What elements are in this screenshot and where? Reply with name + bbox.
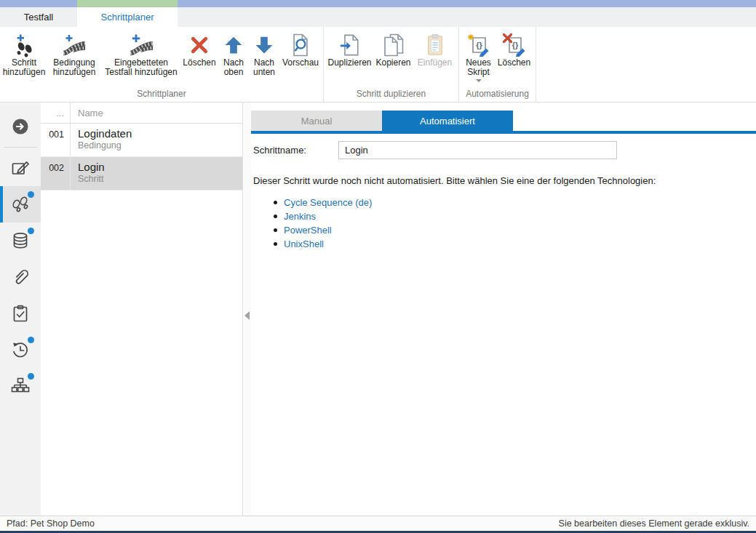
add-step-button[interactable]: Schritt hinzufügen: [1, 32, 47, 77]
ribbon-tab-bar: Testfall Schrittplaner: [0, 7, 756, 27]
edit-icon: [11, 159, 30, 177]
ribbon-group-label: Schritt duplizieren: [325, 89, 457, 102]
sidebar-item-attachments[interactable]: [0, 259, 41, 295]
bullet-icon: [274, 215, 277, 218]
technology-link-jenkins[interactable]: Jenkins: [284, 211, 316, 222]
column-header-name: Name: [71, 108, 103, 119]
list-item: PowerShell: [274, 223, 756, 237]
add-embedded-testcase-button[interactable]: Eingebetteten Testfall hinzufügen: [102, 32, 180, 77]
delete-script-icon: {}: [503, 32, 526, 58]
ribbon-group-schritt-duplizieren: Duplizieren Kopieren: [324, 27, 459, 102]
add-embedded-testcase-icon: [129, 32, 154, 58]
technology-list: Cycle Sequence (de) Jenkins PowerShell U…: [274, 196, 756, 251]
technology-link-cycle-sequence[interactable]: Cycle Sequence (de): [284, 197, 372, 208]
add-step-icon: [13, 32, 35, 58]
sidebar-item-review[interactable]: [0, 295, 41, 332]
ribbon-group-label: Schrittplaner: [1, 89, 322, 102]
database-icon: [11, 231, 30, 250]
copy-button[interactable]: Kopieren: [373, 32, 415, 68]
status-lock-message: Sie bearbeiten dieses Element gerade exk…: [559, 518, 749, 529]
bullet-icon: [274, 201, 277, 204]
panel-splitter[interactable]: [243, 103, 251, 516]
main-content: ... Name 001 Logindaten Bedingung 002 Lo…: [0, 103, 756, 516]
bullet-icon: [274, 242, 277, 246]
step-name-row: Schrittname:: [253, 141, 756, 159]
window-top-accent: [0, 0, 756, 7]
delete-step-button[interactable]: Löschen: [180, 32, 218, 68]
circle-arrow-right-icon: [11, 117, 30, 136]
duplicate-icon: [339, 32, 361, 58]
left-icon-rail: [0, 103, 41, 516]
add-condition-button[interactable]: Bedingung hinzufügen: [47, 32, 102, 77]
delete-script-button[interactable]: {} Löschen: [496, 32, 533, 68]
detail-tab-bar: Manual Automatisiert: [251, 111, 756, 131]
move-up-icon: [223, 32, 244, 58]
rail-divider: [4, 147, 37, 148]
move-down-button[interactable]: Nach unten: [249, 32, 279, 77]
step-detail-panel: Manual Automatisiert Schrittname: Dieser…: [251, 103, 756, 516]
paste-button: Einfügen: [415, 32, 455, 68]
bullet-icon: [274, 228, 277, 232]
tab-accent-line: [251, 131, 756, 134]
list-item: Cycle Sequence (de): [274, 196, 756, 209]
paperclip-icon: [11, 268, 30, 286]
copy-icon: [382, 32, 405, 58]
add-condition-icon: [63, 32, 86, 58]
preview-button[interactable]: Vorschau: [279, 32, 322, 68]
delete-x-icon: [189, 32, 210, 58]
history-icon: [11, 340, 30, 359]
column-header-number: ...: [41, 103, 71, 123]
move-down-icon: [254, 32, 274, 58]
step-row-001[interactable]: 001 Logindaten Bedingung: [41, 124, 242, 157]
tab-automatisiert[interactable]: Automatisiert: [382, 111, 513, 131]
sidebar-item-hierarchy[interactable]: [0, 368, 41, 404]
technology-link-unixshell[interactable]: UnixShell: [284, 239, 324, 249]
step-type: Bedingung: [78, 140, 132, 151]
footprints-icon: [11, 195, 31, 215]
list-item: Jenkins: [274, 209, 756, 223]
svg-text:{}: {}: [512, 41, 518, 49]
app-window: Testfall Schrittplaner: [0, 0, 756, 533]
clipboard-check-icon: [11, 304, 30, 323]
step-name: Logindaten: [78, 127, 132, 140]
sidebar-item-edit[interactable]: [0, 150, 41, 186]
status-bar: Pfad: Pet Shop Demo Sie bearbeiten diese…: [0, 516, 756, 531]
chevron-down-icon: [476, 79, 482, 82]
tab-schrittplaner[interactable]: Schrittplaner: [77, 7, 178, 27]
tab-testfall[interactable]: Testfall: [0, 7, 77, 27]
status-path: Pfad: Pet Shop Demo: [7, 518, 95, 529]
sidebar-item-navigate[interactable]: [0, 108, 41, 145]
technology-link-powershell[interactable]: PowerShell: [284, 225, 332, 236]
ribbon-group-schrittplaner: Schritt hinzufügen Bedingung hinzufügen: [0, 27, 324, 102]
move-up-button[interactable]: Nach oben: [218, 32, 249, 77]
sidebar-item-testdata[interactable]: [0, 223, 41, 259]
notification-badge: [28, 373, 34, 380]
preview-icon: [290, 32, 311, 58]
list-item: UnixShell: [274, 237, 756, 251]
svg-text:{}: {}: [476, 41, 482, 49]
step-name-input[interactable]: [338, 141, 617, 159]
notification-badge: [28, 337, 34, 343]
collapse-panel-icon[interactable]: [244, 311, 250, 320]
tab-manual[interactable]: Manual: [251, 111, 382, 131]
paste-icon: [424, 32, 446, 58]
duplicate-button[interactable]: Duplizieren: [327, 32, 373, 68]
sidebar-item-history[interactable]: [0, 332, 41, 368]
notification-badge: [28, 228, 34, 234]
active-tab-accent: [77, 0, 178, 7]
step-list-panel: ... Name 001 Logindaten Bedingung 002 Lo…: [41, 103, 243, 516]
step-name: Login: [78, 161, 105, 173]
sitemap-icon: [11, 377, 30, 396]
notification-badge: [28, 191, 34, 198]
ribbon-toolbar: Schritt hinzufügen Bedingung hinzufügen: [0, 27, 756, 103]
automation-message: Dieser Schritt wurde noch nicht automati…: [253, 175, 756, 186]
new-script-icon: {}: [467, 32, 490, 58]
step-name-label: Schrittname:: [253, 145, 338, 156]
step-row-002-selected[interactable]: 002 Login Schritt: [41, 157, 242, 191]
ribbon-group-label: Automatisierung: [461, 89, 534, 102]
ribbon-group-automatisierung: {} Neues Skript {}: [459, 27, 536, 102]
step-type: Schritt: [78, 174, 105, 184]
sidebar-item-schrittplaner[interactable]: [0, 186, 41, 223]
new-script-button[interactable]: {} Neues Skript: [462, 32, 496, 82]
step-list-header: ... Name: [41, 103, 242, 124]
